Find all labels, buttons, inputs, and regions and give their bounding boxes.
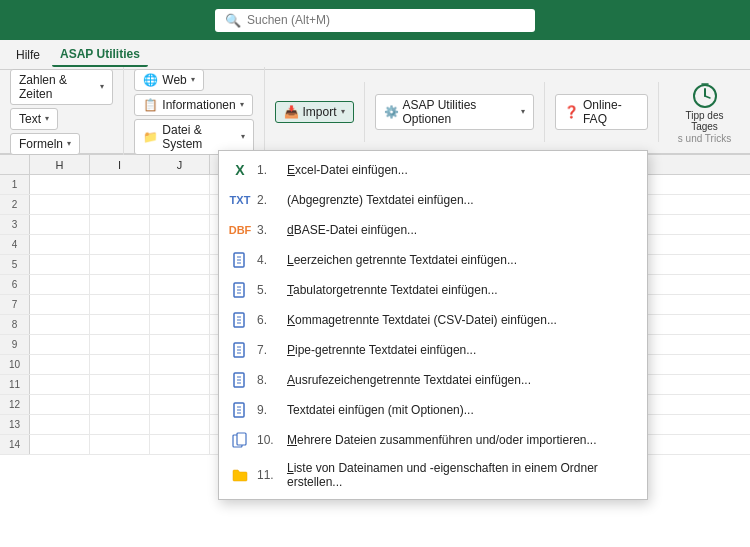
grid-cell[interactable] — [150, 435, 210, 454]
import-icon: 📥 — [284, 105, 299, 119]
dropdown-item-icon — [231, 341, 249, 359]
row-num-cell: 13 — [0, 415, 30, 434]
grid-cell[interactable] — [90, 315, 150, 334]
grid-cell[interactable] — [90, 415, 150, 434]
grid-cell[interactable] — [30, 435, 90, 454]
dropdown-item[interactable]: 5.Tabulatorgetrennte Textdatei einfügen.… — [219, 275, 647, 305]
dropdown-item[interactable]: 7.Pipe-getrennte Textdatei einfügen... — [219, 335, 647, 365]
datei-system-icon: 📁 — [143, 130, 158, 144]
grid-cell[interactable] — [150, 315, 210, 334]
dropdown-item-label: Ausrufezeichengetrennte Textdatei einfüg… — [287, 373, 531, 387]
online-faq-button[interactable]: ❓ Online-FAQ — [555, 94, 648, 130]
grid-cell[interactable] — [90, 335, 150, 354]
dropdown-item-label: Liste von Dateinamen und -eigenschaften … — [287, 461, 635, 489]
zahlen-zeiten-arrow: ▾ — [100, 82, 104, 91]
grid-cell[interactable] — [30, 335, 90, 354]
grid-cell[interactable] — [90, 395, 150, 414]
dropdown-item[interactable]: 10.Mehrere Dateien zusammenführen und/od… — [219, 425, 647, 455]
row-num-cell: 14 — [0, 435, 30, 454]
dropdown-item[interactable]: 11.Liste von Dateinamen und -eigenschaft… — [219, 455, 647, 495]
col-header-J: J — [150, 155, 210, 174]
grid-cell[interactable] — [150, 255, 210, 274]
menu-asap[interactable]: ASAP Utilities — [52, 43, 148, 67]
grid-cell[interactable] — [150, 375, 210, 394]
grid-cell[interactable] — [150, 175, 210, 194]
search-icon: 🔍 — [225, 13, 241, 28]
grid-cell[interactable] — [30, 415, 90, 434]
import-button[interactable]: 📥 Import ▾ — [275, 101, 354, 123]
grid-cell[interactable] — [150, 415, 210, 434]
ribbon: Zahlen & Zeiten ▾ Text ▾ Formeln ▾ 🌐 Web… — [0, 70, 750, 155]
search-input[interactable] — [247, 13, 525, 27]
grid-cell[interactable] — [30, 235, 90, 254]
grid-cell[interactable] — [30, 315, 90, 334]
grid-cell[interactable] — [30, 195, 90, 214]
dropdown-item[interactable]: 6.Kommagetrennte Textdatei (CSV-Datei) e… — [219, 305, 647, 335]
dropdown-item-num: 2. — [257, 193, 279, 207]
asap-optionen-arrow: ▾ — [521, 107, 525, 116]
grid-cell[interactable] — [30, 255, 90, 274]
grid-cell[interactable] — [30, 355, 90, 374]
web-icon: 🌐 — [143, 73, 158, 87]
web-button[interactable]: 🌐 Web ▾ — [134, 69, 203, 91]
dropdown-item-icon — [231, 311, 249, 329]
grid-cell[interactable] — [150, 235, 210, 254]
tipp-clock-icon — [690, 80, 720, 110]
asap-optionen-label: ASAP Utilities Optionen — [403, 98, 517, 126]
text-arrow: ▾ — [45, 114, 49, 123]
dropdown-item-num: 11. — [257, 468, 279, 482]
dropdown-item[interactable]: 9.Textdatei einfügen (mit Optionen)... — [219, 395, 647, 425]
grid-cell[interactable] — [90, 195, 150, 214]
dropdown-item-icon: X — [231, 161, 249, 179]
dropdown-item[interactable]: 4.Leerzeichen getrennte Textdatei einfüg… — [219, 245, 647, 275]
grid-cell[interactable] — [150, 335, 210, 354]
grid-cell[interactable] — [90, 375, 150, 394]
online-faq-icon: ❓ — [564, 105, 579, 119]
dropdown-item[interactable]: 8.Ausrufezeichengetrennte Textdatei einf… — [219, 365, 647, 395]
grid-cell[interactable] — [90, 255, 150, 274]
grid-cell[interactable] — [30, 295, 90, 314]
grid-cell[interactable] — [150, 215, 210, 234]
grid-cell[interactable] — [30, 275, 90, 294]
grid-cell[interactable] — [150, 195, 210, 214]
col-header-H: H — [30, 155, 90, 174]
dropdown-item-icon — [231, 251, 249, 269]
dropdown-item-num: 8. — [257, 373, 279, 387]
grid-cell[interactable] — [90, 175, 150, 194]
grid-cell[interactable] — [150, 355, 210, 374]
grid-cell[interactable] — [150, 275, 210, 294]
dropdown-item-num: 3. — [257, 223, 279, 237]
grid-cell[interactable] — [150, 295, 210, 314]
row-num-cell: 10 — [0, 355, 30, 374]
tipp-block[interactable]: Tipp des Tages s und Tricks — [667, 78, 742, 146]
grid-cell[interactable] — [90, 235, 150, 254]
grid-cell[interactable] — [30, 175, 90, 194]
dropdown-item[interactable]: DBF3.dBASE-Datei einfügen... — [219, 215, 647, 245]
row-num-cell: 6 — [0, 275, 30, 294]
dropdown-item[interactable]: TXT2.(Abgegrenzte) Textdatei einfügen... — [219, 185, 647, 215]
dropdown-item-num: 10. — [257, 433, 279, 447]
menu-hilfe[interactable]: Hilfe — [8, 44, 48, 66]
asap-optionen-button[interactable]: ⚙️ ASAP Utilities Optionen ▾ — [375, 94, 534, 130]
grid-cell[interactable] — [30, 395, 90, 414]
informationen-button[interactable]: 📋 Informationen ▾ — [134, 94, 252, 116]
text-button[interactable]: Text ▾ — [10, 108, 58, 130]
row-num-cell: 9 — [0, 335, 30, 354]
grid-cell[interactable] — [90, 295, 150, 314]
row-num-cell: 3 — [0, 215, 30, 234]
dropdown-item-label: Excel-Datei einfügen... — [287, 163, 408, 177]
grid-cell[interactable] — [30, 215, 90, 234]
row-num-cell: 5 — [0, 255, 30, 274]
zahlen-zeiten-button[interactable]: Zahlen & Zeiten ▾ — [10, 69, 113, 105]
dropdown-item[interactable]: X1.Excel-Datei einfügen... — [219, 155, 647, 185]
zahlen-zeiten-label: Zahlen & Zeiten — [19, 73, 96, 101]
search-box[interactable]: 🔍 — [215, 9, 535, 32]
grid-cell[interactable] — [90, 215, 150, 234]
grid-cell[interactable] — [30, 375, 90, 394]
dropdown-item-num: 5. — [257, 283, 279, 297]
formeln-button[interactable]: Formeln ▾ — [10, 133, 80, 155]
grid-cell[interactable] — [150, 395, 210, 414]
grid-cell[interactable] — [90, 275, 150, 294]
grid-cell[interactable] — [90, 355, 150, 374]
grid-cell[interactable] — [90, 435, 150, 454]
